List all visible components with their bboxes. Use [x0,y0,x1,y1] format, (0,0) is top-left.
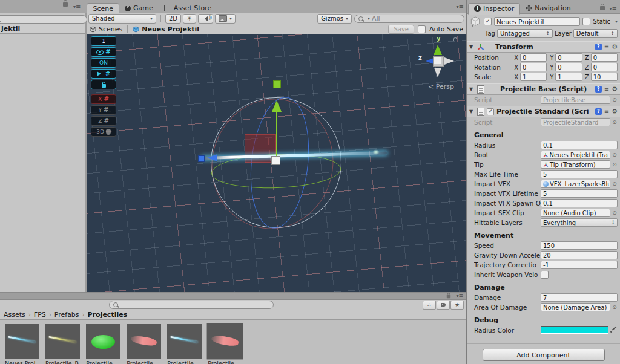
object-picker-icon[interactable]: ⊙ [612,210,618,216]
project-menu-icon[interactable]: ▾≡ [453,293,463,299]
save-button[interactable]: Save [388,25,414,34]
effects-dropdown-button[interactable]: ▾ [215,14,236,24]
scene-panel-menu-icon[interactable]: ▾≡ [454,4,464,10]
inspector-lock-icon[interactable] [600,6,605,10]
hierarchy-scene-row[interactable]: jektil [0,24,85,34]
breadcrumb-scene-name[interactable]: Neues Projektil [142,25,199,33]
radius-field[interactable]: 0.1 [541,141,618,149]
move-gizmo-z-handle[interactable] [198,155,205,162]
gizmo-down-cone[interactable] [434,68,441,81]
breadcrumb-projectiles[interactable]: Projectiles [88,311,128,319]
active-checkbox[interactable]: ✓ [484,18,492,25]
script-field[interactable]: ProjectileStandard [541,118,610,126]
layer-dropdown[interactable]: Default ↕ [573,29,618,38]
impact-vfx-object-field[interactable]: VFX_LazerSparksBlu [541,180,610,188]
hierarchy-search-input[interactable] [0,15,87,24]
projectile-base-header[interactable]: ▼ Projectile Base (Script) ? ≡ ⚙ [467,83,620,95]
hittable-layers-dropdown[interactable]: Everything ↕ [541,218,618,227]
add-component-button[interactable]: Add Component [483,349,605,361]
static-checkbox[interactable] [582,18,590,25]
presets-icon[interactable]: ≡ [604,44,609,50]
eyedropper-icon[interactable] [610,327,618,334]
progrids-lock-grid-button[interactable] [91,80,116,89]
gameobject-cube-icon[interactable] [469,16,481,27]
area-of-damage-field[interactable]: None (Damage Area) [541,303,610,311]
move-gizmo-center-handle[interactable] [271,156,280,165]
gravity-field[interactable]: 20 [541,251,618,259]
lighting-toggle-button[interactable]: ☀ [183,14,196,24]
gear-icon[interactable]: ⚙ [612,85,618,93]
presets-icon[interactable]: ≡ [604,108,609,115]
progrids-x-axis-button[interactable]: X# [91,94,116,104]
gizmo-center-cube[interactable] [433,56,444,67]
gear-icon[interactable]: ⚙ [612,43,618,51]
help-icon[interactable]: ? [595,108,602,115]
component-enabled-checkbox[interactable]: ✓ [487,108,494,115]
hierarchy-menu-icon[interactable]: ▾≡ [71,4,81,13]
asset-tile[interactable]: Projectile_B... [45,324,81,364]
breadcrumb-fps[interactable]: FPS [34,311,46,319]
speed-field[interactable]: 150 [541,241,618,250]
project-lock-icon[interactable] [447,295,450,299]
damage-field[interactable]: 7 [541,293,618,302]
hierarchy-lock-icon[interactable] [63,2,68,7]
asset-tile[interactable]: Projectile_... [208,324,243,364]
project-search-input[interactable] [109,301,274,309]
audio-toggle-button[interactable] [198,14,213,24]
asset-tile[interactable]: Projectile_... [86,324,121,364]
move-gizmo-z-arrow[interactable] [203,154,217,161]
progrids-push-to-grid-button[interactable]: # [91,69,116,79]
foldout-icon[interactable]: ▼ [469,44,475,50]
scale-x-field[interactable]: 1 [520,73,547,81]
object-picker-icon[interactable]: ⊙ [612,304,618,310]
gizmo-x-cone[interactable] [444,57,458,65]
breadcrumb-scenes[interactable]: Scenes [99,25,122,33]
tab-navigation[interactable]: Navigation [520,3,576,13]
radius-color-swatch[interactable] [541,326,608,334]
tip-marker-square[interactable] [273,80,281,88]
progrids-snap-on-button[interactable]: ON [91,58,116,68]
move-gizmo-y-shaft[interactable] [276,107,277,158]
object-picker-icon[interactable]: ⊙ [612,181,618,187]
2d-toggle-button[interactable]: 2D [165,14,181,24]
position-y-field[interactable]: 0 [555,53,582,62]
save-search-button[interactable]: ★ [450,301,464,310]
object-picker-icon[interactable]: ⊙ [612,152,618,158]
impact-vfx-spawn-field[interactable]: 0.1 [541,199,618,207]
progrids-snap-value-button[interactable]: 1 [91,36,116,46]
object-picker-icon[interactable]: ⊙ [612,97,618,103]
progrids-y-axis-button[interactable]: Y# [91,105,116,115]
inspector-menu-icon[interactable]: ▾≡ [607,5,617,11]
asset-tile[interactable]: Projectile_... [167,324,202,364]
tip-object-field[interactable]: Tip (Transform) [541,160,610,169]
gizmos-dropdown[interactable]: Gizmos ▾ [317,14,352,24]
static-dropdown-icon[interactable]: ▾ [615,19,618,24]
tab-asset-store[interactable]: Asset Store [159,3,217,13]
scene-search-input[interactable]: ▾ All [354,15,464,23]
gizmo-y-cone[interactable] [434,41,442,55]
shading-mode-dropdown[interactable]: Shaded ▾ [88,14,156,24]
breadcrumb-prefabs[interactable]: Prefabs [54,311,79,319]
tab-game[interactable]: Game [119,3,159,13]
max-life-time-field[interactable]: 5 [541,170,618,178]
asset-tile[interactable]: Neues Proj... [5,324,40,364]
move-gizmo-y-arrow[interactable] [272,96,282,112]
scale-z-field[interactable]: 10 [591,73,618,81]
rotation-z-field[interactable]: 0 [591,63,618,71]
progrids-3d-button[interactable]: 3D [91,127,116,137]
tab-inspector[interactable]: i Inspector [468,3,520,15]
projectile-standard-header[interactable]: ▼ ✓ Projectile Standard (Scri ? ≡ ⚙ [467,106,620,117]
trajectory-field[interactable]: -1 [541,261,618,269]
help-icon[interactable]: ? [595,44,602,50]
breadcrumb-assets[interactable]: Assets [4,311,25,319]
object-picker-icon[interactable]: ⊙ [612,161,618,167]
search-by-label-button[interactable] [437,301,450,310]
auto-save-checkbox[interactable] [418,25,426,33]
foldout-icon[interactable]: ▼ [469,109,475,114]
scale-y-field[interactable]: 1 [555,73,582,81]
position-z-field[interactable]: 0 [591,53,618,62]
rotation-x-field[interactable]: 0 [520,63,547,71]
search-by-type-button[interactable]: ∴ [423,301,436,310]
root-object-field[interactable]: Neues Projektil (Tra [541,151,610,159]
object-picker-icon[interactable]: ⊙ [612,119,618,125]
